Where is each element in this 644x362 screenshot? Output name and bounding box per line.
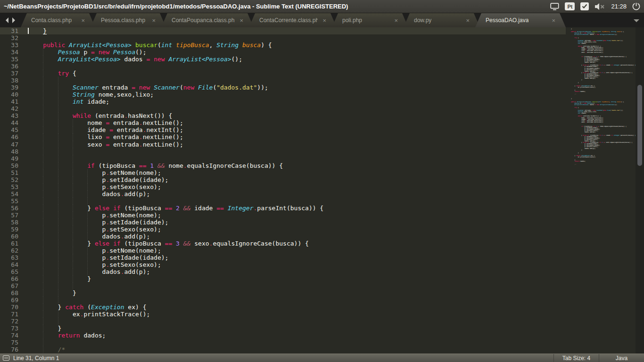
code-line[interactable]: 55 (0, 197, 636, 205)
indent-guide (58, 275, 58, 282)
indent-guide (87, 176, 88, 183)
tab-close-icon[interactable]: × (81, 17, 85, 24)
code-line[interactable]: 73 } (0, 325, 636, 332)
code-line[interactable]: 60 dados.add(p); (0, 233, 636, 240)
code-line[interactable]: 57 p.setNome(nome); (0, 212, 636, 219)
code-line-text: public ArrayList<Pessoa> buscar(int tipo… (26, 41, 636, 49)
indent-guide (43, 240, 43, 247)
tab-close-icon[interactable]: × (239, 17, 243, 24)
code-line[interactable]: 65 dados.add(p); (0, 268, 636, 275)
code-line[interactable]: 38 (0, 77, 636, 84)
code-line[interactable]: 54 dados.add(p); (0, 190, 636, 197)
tab-overflow-button[interactable] (634, 19, 639, 25)
keyboard-layout-indicator[interactable]: Pt (565, 2, 575, 10)
code-line[interactable]: 47 sexo = entrada.nextLine(); (0, 141, 636, 148)
tab-scroll-buttons (0, 13, 21, 27)
code-line[interactable]: 75 (0, 339, 636, 346)
tab-ContaCorrente.class.php[interactable]: ContaCorrente.class.php× (249, 13, 337, 27)
code-line[interactable]: 61 } else if (tipoBusca == 3 && sexo.equ… (0, 240, 636, 247)
tab-Pessoa.class.php[interactable]: Pessoa.class.php× (91, 13, 166, 27)
code-line[interactable]: 46 lixo = entrada.nextLine(); (0, 133, 636, 140)
tab-close-icon[interactable]: × (466, 17, 470, 24)
line-number: 48 (0, 148, 26, 155)
code-line[interactable]: 76 /* (0, 346, 636, 353)
tab-label: dow.py (414, 17, 431, 24)
code-line-text: } (26, 289, 636, 296)
code-line[interactable]: 36 (0, 63, 636, 70)
title-bar: ~/NetBeansProjects/ProjetoBD1/src/br/edu… (0, 0, 644, 13)
code-line[interactable]: 72 (0, 318, 636, 325)
code-line[interactable]: 71 ex.printStackTrace(); (0, 311, 636, 318)
code-line-text: int idade; (26, 98, 636, 105)
tab-scroll-left-button[interactable] (6, 17, 8, 23)
tab-dow.py[interactable]: dow.py× (404, 13, 480, 27)
tab-size-button[interactable]: Tab Size: 4 (553, 354, 599, 362)
code-line[interactable]: 48 (0, 148, 636, 155)
scrollbar-thumb[interactable] (637, 85, 642, 166)
tab-PessoaDAO.java[interactable]: PessoaDAO.java× (475, 13, 566, 27)
code-line[interactable]: 62 p.setNome(nome); (0, 247, 636, 254)
code-line[interactable]: 56 } else if (tipoBusca == 2 && idade ==… (0, 205, 636, 212)
indent-guide (43, 304, 43, 311)
code-line[interactable]: 49 (0, 155, 636, 162)
line-number: 50 (0, 162, 26, 169)
tab-poli.php[interactable]: poli.php× (332, 13, 408, 27)
code-line[interactable]: 69 (0, 296, 636, 304)
code-line[interactable]: 35 ArrayList<Pessoa> dados = new ArrayLi… (0, 56, 636, 63)
code-line[interactable]: 44 nome = entrada.nextLine(); (0, 119, 636, 126)
code-line[interactable]: 34 Pessoa p = new Pessoa(); (0, 49, 636, 56)
line-number: 56 (0, 205, 26, 212)
volume-muted-icon[interactable] (594, 3, 605, 10)
code-line-text: } (26, 325, 636, 332)
display-icon[interactable] (550, 3, 559, 10)
code-line-text: p.setSexo(sexo); (26, 226, 636, 233)
code-line-text: String nome,sexo,lixo; (26, 91, 636, 98)
indent-guide (58, 91, 58, 98)
minimap[interactable]: } public ArrayList<Pessoa> buscar(int ti… (566, 27, 636, 354)
code-line[interactable]: 52 p.setIdade(idade); (0, 176, 636, 183)
indent-guide (43, 190, 43, 197)
code-line[interactable]: 51 p.setNome(nome); (0, 169, 636, 176)
code-line[interactable]: 42 (0, 105, 636, 112)
code-line[interactable]: 68 } (0, 289, 636, 296)
code-line[interactable]: 64 p.setSexo(sexo); (0, 261, 636, 268)
indent-guide (87, 212, 88, 219)
tab-ContaPoupanca.class.php[interactable]: ContaPoupanca.class.php× (161, 13, 254, 27)
indent-guide (43, 296, 43, 304)
code-line[interactable]: 50 if (tipoBusca == 1 && nome.equalsIgno… (0, 162, 636, 169)
code-line[interactable]: 37 try { (0, 70, 636, 77)
code-line[interactable]: 32 (0, 34, 636, 41)
code-line[interactable]: 59 p.setSexo(sexo); (0, 226, 636, 233)
indent-guide (58, 197, 58, 205)
code-line[interactable]: 66 } (0, 275, 636, 282)
code-line[interactable]: 67 (0, 282, 636, 289)
code-line[interactable]: 40 String nome,sexo,lixo; (0, 91, 636, 98)
tab-close-icon[interactable]: × (322, 17, 326, 24)
code-line-text: p.setNome(nome); (26, 212, 636, 219)
syntax-button[interactable]: Java (599, 354, 644, 362)
tab-Conta.class.php[interactable]: Conta.class.php× (21, 13, 95, 27)
tab-close-icon[interactable]: × (152, 17, 156, 24)
code-line[interactable]: 63 p.setIdade(idade); (0, 254, 636, 261)
code-line[interactable]: 58 p.setIdade(idade); (0, 219, 636, 226)
tab-scroll-right-button[interactable] (12, 17, 15, 23)
updates-check-icon[interactable] (580, 2, 589, 10)
code-line-text: } catch (Exception ex) { (26, 304, 636, 311)
code-line[interactable]: 31 } (0, 27, 636, 34)
code-line[interactable]: 45 idade = entrada.nextInt(); (0, 126, 636, 133)
code-line[interactable]: 70 } catch (Exception ex) { (0, 304, 636, 311)
code-line[interactable]: 74 return dados; (0, 332, 636, 339)
code-line[interactable]: 39 Scanner entrada = new Scanner(new Fil… (0, 84, 636, 91)
indent-guide (43, 77, 43, 84)
tab-close-icon[interactable]: × (394, 17, 398, 24)
session-menu-icon[interactable] (632, 2, 640, 10)
code-line[interactable]: 33 public ArrayList<Pessoa> buscar(int t… (0, 41, 636, 49)
code-line[interactable]: 43 while (entrada.hasNext()) { (0, 112, 636, 119)
indent-guide (87, 247, 88, 254)
clock[interactable]: 21:28 (611, 3, 627, 10)
scrollbar-track[interactable] (636, 27, 644, 354)
tab-close-icon[interactable]: × (552, 17, 555, 24)
code-line[interactable]: 41 int idade; (0, 98, 636, 105)
line-number: 52 (0, 176, 26, 183)
code-line[interactable]: 53 p.setSexo(sexo); (0, 183, 636, 190)
